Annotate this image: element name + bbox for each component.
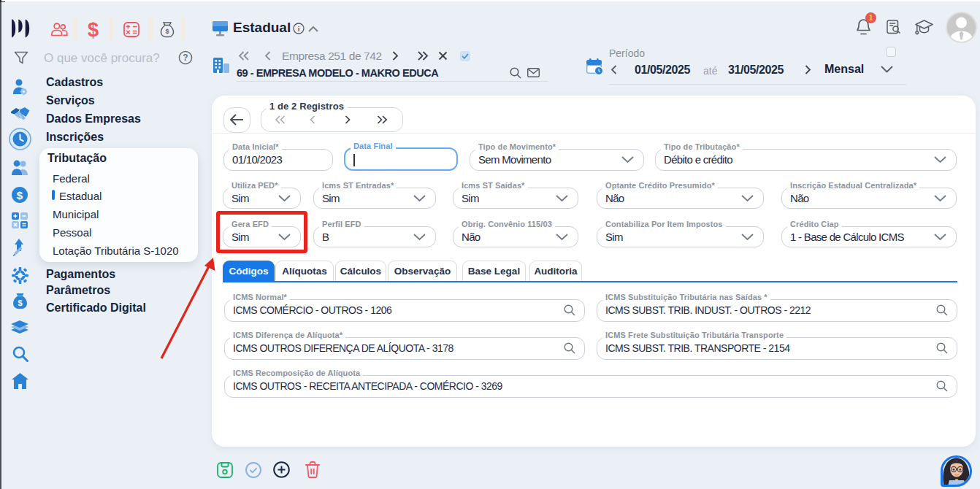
- svg-text:$: $: [165, 28, 169, 35]
- svg-text:$: $: [17, 189, 23, 201]
- svg-text:?: ?: [183, 53, 188, 63]
- svg-text:i: i: [298, 25, 300, 33]
- svg-text:$: $: [18, 299, 22, 307]
